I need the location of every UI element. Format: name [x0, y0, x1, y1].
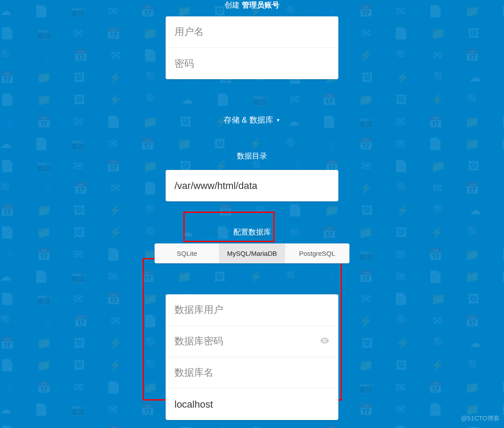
db-type-tabs: SQLite MySQL/MariaDB PostgreSQL [155, 243, 349, 263]
db-config-label: 配置数据库 [233, 227, 271, 237]
admin-title: 创建 管理员账号 [225, 0, 279, 10]
svg-point-0 [324, 340, 326, 342]
eye-icon[interactable] [320, 337, 330, 346]
data-dir-input[interactable] [174, 180, 330, 192]
admin-password-input[interactable] [174, 58, 330, 69]
db-fields-box [166, 294, 338, 420]
caret-down-icon: ▼ [276, 118, 280, 123]
db-password-input[interactable] [174, 335, 330, 347]
tab-mysql[interactable]: MySQL/MariaDB [220, 243, 285, 263]
tab-sqlite[interactable]: SQLite [155, 243, 220, 263]
tab-postgres[interactable]: PostgreSQL [285, 243, 349, 263]
db-user-input[interactable] [174, 304, 330, 316]
admin-input-box [166, 16, 338, 79]
db-name-input[interactable] [174, 367, 330, 378]
storage-db-toggle[interactable]: 存储 & 数据库 ▼ [224, 115, 280, 125]
admin-username-input[interactable] [174, 26, 330, 38]
watermark: @51CTO博客 [461, 415, 500, 423]
db-host-input[interactable] [174, 399, 330, 410]
data-dir-box [166, 170, 338, 201]
data-dir-label: 数据目录 [237, 151, 267, 161]
